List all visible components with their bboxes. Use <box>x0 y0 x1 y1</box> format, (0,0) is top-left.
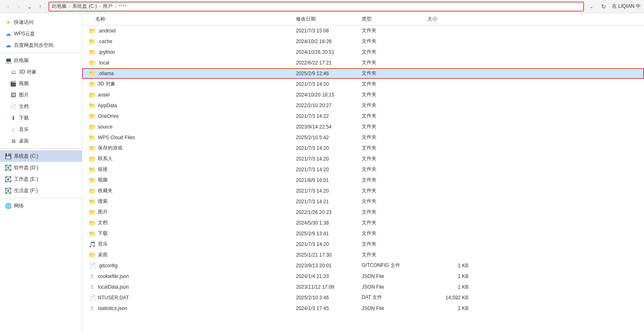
sidebar-label-documents: 文档 <box>19 103 29 110</box>
file-date-cell: 2023/9/14 22:54 <box>296 124 362 130</box>
sidebar-item-network[interactable]: 🌐 网络 <box>0 200 82 211</box>
sidebar: ★ 快速访问 ☁ WPS云盘 ☁ 百度网盘同步空间 💻 此电脑 🗂 3D 对象 … <box>0 13 82 333</box>
back-button[interactable]: ‹ <box>3 2 13 11</box>
address-dropdown-button[interactable]: ⌄ <box>587 2 596 11</box>
file-row[interactable]: {} cookiefile.json 2024/1/4 21:33 JSON F… <box>82 271 644 282</box>
file-row[interactable]: 📄 NTUSER.DAT 2025/2/10 3:46 DAT 文件 14,59… <box>82 292 644 303</box>
file-type-cell: 文件夹 <box>362 251 427 258</box>
file-name-cell: 🎵 音乐 <box>82 241 296 248</box>
file-row[interactable]: 📁 收藏夹 2021/7/3 14:20 文件夹 <box>82 186 644 196</box>
address-part-1[interactable]: 此电脑 <box>52 3 67 10</box>
file-row[interactable]: 📁 保存的游戏 2021/7/3 14:20 文件夹 <box>82 143 644 154</box>
file-row[interactable]: 📁 下载 2025/2/9 13:41 文件夹 <box>82 228 644 239</box>
file-row[interactable]: 📁 .local 2022/6/22 17:21 文件夹 <box>82 57 644 68</box>
file-row[interactable]: 📁 AppData 2022/2/10 20:27 文件夹 <box>82 100 644 111</box>
col-header-date[interactable]: 修改日期 <box>296 16 362 23</box>
drive-c-icon: 💾 <box>5 153 12 159</box>
file-name-cell: 📁 .cache <box>82 38 296 45</box>
file-row[interactable]: 🎵 音乐 2021/7/3 14:20 文件夹 <box>82 239 644 250</box>
star-icon: ★ <box>5 19 12 25</box>
file-row[interactable]: 📁 .ipython 2024/10/26 20:51 文件夹 <box>82 47 644 57</box>
sidebar-item-documents[interactable]: 📄 文档 <box>0 101 82 112</box>
file-row[interactable]: 📁 联系人 2021/7/3 14:20 文件夹 <box>82 154 644 164</box>
file-row[interactable]: {} localData.json 2023/11/12 17:08 JSON … <box>82 282 644 292</box>
sidebar-item-wps-cloud[interactable]: ☁ WPS云盘 <box>0 28 82 39</box>
file-name-label: 保存的游戏 <box>98 145 122 152</box>
file-row[interactable]: 📁 搜索 2021/7/3 14:21 文件夹 <box>82 196 644 207</box>
file-type-cell: JSON File <box>362 284 427 290</box>
file-size-cell: 1 KB <box>427 273 477 279</box>
sidebar-divider-1 <box>0 53 82 53</box>
file-name-cell: 📁 下载 <box>82 230 296 237</box>
file-type-icon: 📁 <box>89 124 95 130</box>
dropdown-button[interactable]: ⌄ <box>25 2 35 11</box>
file-type-cell: 文件夹 <box>362 187 427 194</box>
file-row[interactable]: 📁 桌面 2025/1/21 17:30 文件夹 <box>82 250 644 260</box>
file-row[interactable]: 📁 OneDrive 2021/7/3 14:22 文件夹 <box>82 111 644 122</box>
file-row[interactable]: {} statistics.json 2024/1/3 17:45 JSON F… <box>82 303 644 314</box>
forward-button[interactable]: › <box>14 2 24 11</box>
sep-2: > <box>99 4 101 9</box>
sidebar-label-soft-d: 软件盘 (D:) <box>14 164 38 171</box>
file-type-cell: GITCONFIG 文件 <box>362 262 427 269</box>
address-part-3[interactable]: 用户 <box>103 3 113 10</box>
file-type-cell: 文件夹 <box>362 48 427 55</box>
file-row[interactable]: 📁 文档 2024/5/30 1:38 文件夹 <box>82 218 644 228</box>
up-button[interactable]: ↑ <box>35 2 45 11</box>
file-type-cell: 文件夹 <box>362 113 427 119</box>
file-row[interactable]: 📁 链接 2021/7/3 14:20 文件夹 <box>82 164 644 175</box>
file-date-cell: 2021/7/3 14:20 <box>296 156 362 162</box>
sidebar-item-music[interactable]: ♪ 音乐 <box>0 124 82 135</box>
file-type-icon: 📄 <box>89 262 95 269</box>
file-row[interactable]: 📁 .android 2021/7/3 15:08 文件夹 <box>82 25 644 36</box>
file-row[interactable]: 📁 ansel 2024/10/20 18:15 文件夹 <box>82 90 644 100</box>
address-bar[interactable]: 此电脑 > 系统盘 (C:) > 用户 > **** <box>48 2 584 11</box>
col-header-type[interactable]: 类型 <box>362 16 427 23</box>
sidebar-item-videos[interactable]: 🎬 视频 <box>0 78 82 89</box>
sidebar-item-life-f[interactable]: 💽 生活盘 (F:) <box>0 185 82 196</box>
address-part-2[interactable]: 系统盘 (C:) <box>72 3 97 10</box>
file-row[interactable]: 📁 .cache 2024/10/2 16:28 文件夹 <box>82 36 644 47</box>
file-type-icon: 📁 <box>89 28 95 34</box>
doc-icon: 📄 <box>10 103 16 110</box>
file-name-cell: 📁 .ipython <box>82 49 296 55</box>
file-name-cell: 📁 3D 对象 <box>82 80 296 87</box>
sidebar-item-work-e[interactable]: 💽 工作盘 (E:) <box>0 173 82 185</box>
file-date-cell: 2025/2/10 5:42 <box>296 135 362 140</box>
file-type-cell: 文件夹 <box>362 70 427 77</box>
sidebar-item-this-pc[interactable]: 💻 此电脑 <box>0 55 82 66</box>
file-row[interactable]: 📁 source 2023/9/14 22:54 文件夹 <box>82 122 644 132</box>
file-row[interactable]: 📄 .gitconfig 2023/9/13 20:01 GITCONFIG 文… <box>82 260 644 271</box>
file-type-cell: 文件夹 <box>362 166 427 173</box>
file-row[interactable]: 📁 图片 2022/1/26 20:23 文件夹 <box>82 207 644 218</box>
file-row[interactable]: 📁 WPS Cloud Files 2025/2/10 5:42 文件夹 <box>82 132 644 143</box>
file-name-label: OneDrive <box>98 113 119 119</box>
file-type-icon: 📁 <box>89 134 95 141</box>
sidebar-item-3d-objects[interactable]: 🗂 3D 对象 <box>0 66 82 78</box>
file-name-label: 下载 <box>98 230 108 237</box>
col-header-name[interactable]: 名称 <box>82 16 296 23</box>
sidebar-label-this-pc: 此电脑 <box>14 57 29 64</box>
sidebar-item-pictures[interactable]: 🖼 图片 <box>0 89 82 101</box>
sidebar-item-quick-access[interactable]: ★ 快速访问 <box>0 16 82 28</box>
file-row[interactable]: 📁 3D 对象 2021/7/3 14:20 文件夹 <box>82 79 644 90</box>
sidebar-item-soft-d[interactable]: 💽 软件盘 (D:) <box>0 162 82 173</box>
sidebar-item-desktop[interactable]: 🖥 桌面 <box>0 135 82 147</box>
sidebar-item-baidu-cloud[interactable]: ☁ 百度网盘同步空间 <box>0 39 82 51</box>
drive-d-icon: 💽 <box>5 164 12 171</box>
file-name-label: 收藏夹 <box>98 187 113 194</box>
file-type-cell: 文件夹 <box>362 27 427 34</box>
file-name-cell: {} localData.json <box>82 284 296 290</box>
file-date-cell: 2021/7/3 14:20 <box>296 81 362 87</box>
computer-icon: 💻 <box>5 57 12 64</box>
file-date-cell: 2021/8/9 16:01 <box>296 177 362 183</box>
network-icon: 🌐 <box>5 202 12 209</box>
sidebar-item-downloads[interactable]: ⬇ 下载 <box>0 112 82 124</box>
file-row[interactable]: 📁 .ollama 2025/2/9 12:46 文件夹 <box>82 68 644 79</box>
sidebar-item-system-c[interactable]: 💾 系统盘 (C:) <box>0 150 82 162</box>
col-header-size[interactable]: 大小 <box>427 16 477 23</box>
file-name-cell: 📁 AppData <box>82 102 296 109</box>
refresh-button[interactable]: ↻ <box>599 2 609 11</box>
file-row[interactable]: 📁 视频 2021/8/9 16:01 文件夹 <box>82 175 644 186</box>
file-type-cell: 文件夹 <box>362 145 427 152</box>
